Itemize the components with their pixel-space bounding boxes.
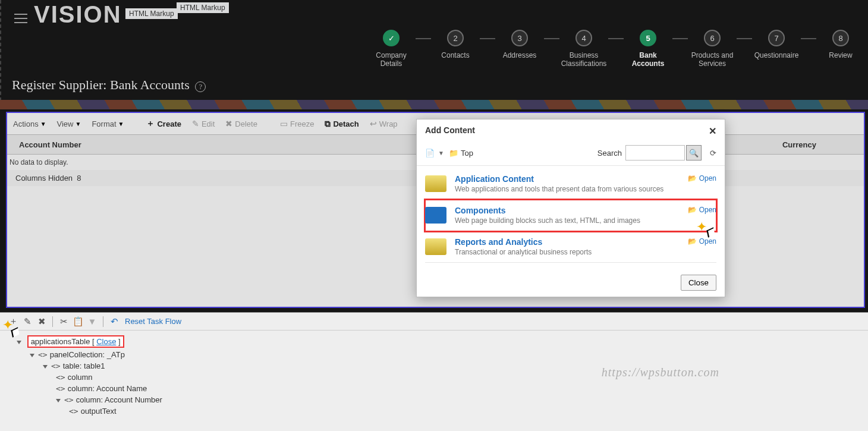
edit-icon[interactable]: ✎ bbox=[20, 316, 34, 327]
wizard-label-8: Review bbox=[816, 51, 866, 59]
chevron-down-icon[interactable]: ▼ bbox=[85, 316, 99, 326]
up-folder-icon[interactable]: 📄 bbox=[425, 149, 435, 158]
add-content-dialog: Add Content ✕ 📄 ▼ 📁Top Search 🔍 ⟳ Applic… bbox=[416, 119, 725, 297]
brand-logo: VISION bbox=[34, 1, 122, 28]
search-label: Search bbox=[597, 149, 622, 158]
detach-button[interactable]: ⧉Detach bbox=[325, 119, 358, 129]
item-desc: Web applications and tools that present … bbox=[455, 185, 663, 193]
plus-icon: ＋ bbox=[146, 118, 155, 129]
wizard-train: ✓Company Details 2Contacts 3Addresses 4B… bbox=[367, 30, 865, 68]
wizard-label-1: Company Details bbox=[366, 51, 416, 68]
list-item-application-content[interactable]: Application Content Web applications and… bbox=[425, 168, 716, 200]
wizard-step-1[interactable]: ✓ bbox=[383, 30, 400, 46]
tree-close-link[interactable]: Close bbox=[96, 337, 116, 346]
tree-node[interactable]: <>column bbox=[56, 372, 862, 383]
list-item-reports[interactable]: Reports and Analytics Transactional or a… bbox=[425, 231, 716, 263]
dialog-title: Add Content bbox=[425, 125, 475, 137]
tree-node[interactable]: <>outputText bbox=[69, 405, 862, 417]
delete-icon[interactable]: ✖ bbox=[34, 316, 49, 327]
open-link[interactable]: Open bbox=[688, 206, 716, 214]
item-desc: Web page building blocks such as text, H… bbox=[455, 216, 640, 225]
menu-icon[interactable] bbox=[14, 11, 27, 26]
wizard-label-4: Business Classifications bbox=[559, 51, 609, 68]
tree-node[interactable]: <>panelCollection: _ATp bbox=[30, 349, 862, 360]
undo-icon: ↶ bbox=[107, 316, 121, 327]
refresh-icon[interactable]: ⟳ bbox=[710, 149, 716, 158]
help-icon[interactable]: ? bbox=[195, 81, 206, 92]
magnifier-icon: 🔍 bbox=[689, 149, 699, 158]
close-button[interactable]: Close bbox=[681, 275, 716, 291]
markup-tag-1[interactable]: HTML Markup bbox=[125, 8, 178, 19]
edit-button[interactable]: ✎Edit bbox=[192, 119, 215, 128]
markup-tag-2[interactable]: HTML Markup bbox=[177, 2, 229, 13]
tree-node[interactable]: <>column: Account Name bbox=[56, 383, 862, 394]
wizard-step-8[interactable]: 8 bbox=[832, 30, 849, 46]
header: VISION HTML Markup HTML Markup ✓Company … bbox=[0, 0, 868, 101]
folder-icon bbox=[425, 175, 446, 192]
page-title: Register Supplier: Bank Accounts ? bbox=[12, 77, 206, 93]
paste-icon[interactable]: 📋 bbox=[71, 316, 85, 327]
decorative-strip bbox=[0, 100, 868, 109]
folder-icon bbox=[425, 207, 446, 224]
add-icon[interactable]: ＋ bbox=[6, 316, 20, 327]
create-button[interactable]: ＋Create bbox=[146, 118, 181, 129]
reset-task-flow-button[interactable]: Reset Task Flow bbox=[125, 317, 181, 326]
tree-node[interactable]: <>table: table1 bbox=[43, 360, 862, 372]
structure-toolbar: ＋ ✎ ✖ ✂ 📋 ▼ ↶ Reset Task Flow bbox=[0, 313, 868, 331]
freeze-icon: ▭ bbox=[280, 119, 288, 128]
close-icon[interactable]: ✕ bbox=[709, 125, 716, 137]
actions-menu[interactable]: Actions▼ bbox=[13, 119, 46, 128]
component-tree: applicationsTable [ Close ] <>panelColle… bbox=[0, 331, 868, 420]
view-menu[interactable]: View▼ bbox=[57, 119, 81, 128]
watermark: https://wpsbutton.com bbox=[602, 366, 719, 379]
wizard-step-4[interactable]: 4 bbox=[575, 30, 592, 46]
item-title[interactable]: Components bbox=[455, 206, 640, 215]
item-title[interactable]: Reports and Analytics bbox=[455, 237, 592, 247]
wizard-label-5: Bank Accounts bbox=[623, 51, 673, 68]
wizard-step-5[interactable]: 5 bbox=[640, 30, 656, 46]
wizard-label-3: Addresses bbox=[495, 51, 545, 59]
wizard-label-2: Contacts bbox=[430, 51, 480, 59]
search-input[interactable] bbox=[625, 145, 685, 161]
tree-node[interactable]: <>column: Account Number bbox=[56, 394, 862, 405]
structure-panel: ＋ ✎ ✖ ✂ 📋 ▼ ↶ Reset Task Flow applicatio… bbox=[0, 312, 868, 431]
wrap-icon: ↩ bbox=[370, 119, 377, 128]
wrap-button[interactable]: ↩Wrap bbox=[370, 119, 398, 128]
folder-icon bbox=[425, 238, 446, 255]
open-link[interactable]: Open bbox=[688, 174, 716, 183]
x-icon: ✖ bbox=[225, 119, 232, 128]
col-account-number[interactable]: Account Number bbox=[19, 140, 81, 149]
wizard-step-7[interactable]: 7 bbox=[768, 30, 785, 46]
wizard-step-3[interactable]: 3 bbox=[511, 30, 528, 46]
content-list: Application Content Web applications and… bbox=[417, 166, 725, 269]
cut-icon[interactable]: ✂ bbox=[56, 316, 71, 327]
wizard-step-2[interactable]: 2 bbox=[447, 30, 464, 46]
breadcrumb[interactable]: 📁Top bbox=[449, 149, 473, 158]
wizard-label-6: Products and Services bbox=[687, 51, 737, 68]
item-title[interactable]: Application Content bbox=[455, 174, 663, 184]
col-currency[interactable]: Currency bbox=[782, 140, 816, 149]
list-item-components[interactable]: Components Web page building blocks such… bbox=[425, 200, 716, 231]
search-button[interactable]: 🔍 bbox=[686, 145, 702, 161]
item-desc: Transactional or analytical business rep… bbox=[455, 248, 592, 256]
format-menu[interactable]: Format▼ bbox=[92, 119, 124, 128]
pencil-icon: ✎ bbox=[192, 119, 199, 128]
app-root: VISION HTML Markup HTML Markup ✓Company … bbox=[0, 0, 868, 431]
tree-selected-node[interactable]: applicationsTable [ Close ] bbox=[27, 335, 124, 348]
detach-icon: ⧉ bbox=[325, 119, 331, 129]
open-link[interactable]: Open bbox=[688, 237, 716, 246]
folder-icon: 📁 bbox=[449, 149, 458, 158]
wizard-step-6[interactable]: 6 bbox=[704, 30, 721, 46]
wizard-label-7: Questionnaire bbox=[751, 51, 801, 59]
freeze-button[interactable]: ▭Freeze bbox=[280, 119, 314, 128]
delete-button[interactable]: ✖Delete bbox=[225, 119, 257, 128]
chevron-down-icon[interactable]: ▼ bbox=[438, 150, 444, 156]
